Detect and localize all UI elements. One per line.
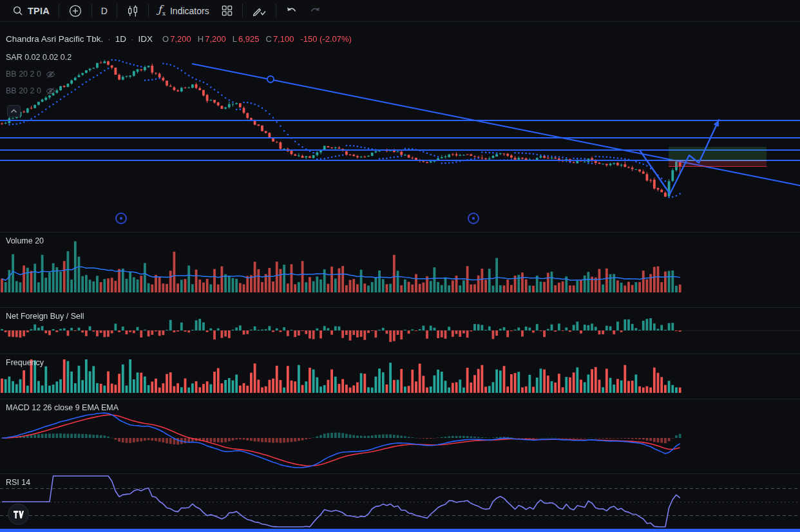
indicators-button[interactable]: ƒx Indicators — [152, 1, 215, 21]
interval-button[interactable]: D — [95, 1, 113, 21]
chart-type-button[interactable] — [120, 1, 145, 21]
fx-icon: ƒx — [158, 5, 166, 17]
legend-dot: · — [131, 34, 134, 44]
macd-panel: MACD 12 26 close 9 EMA EMA — [0, 399, 800, 473]
net-foreign-panel: Net Foreign Buy / Sell — [0, 307, 800, 354]
frequency-panel: Frequency — [0, 354, 800, 399]
eye-off-icon[interactable] — [46, 70, 55, 79]
rsi-panel: RSI 14 — [0, 473, 800, 529]
draw-button[interactable] — [246, 1, 272, 21]
high-value: 7,200 — [205, 34, 226, 44]
search-icon — [12, 5, 23, 16]
ohlc-values: O7,200 H7,200 L6,925 C7,100 -150 (-2.07%… — [162, 34, 352, 44]
indicator-row-sar[interactable]: SAR 0.02 0.02 0.2 — [6, 49, 352, 66]
toolbar-separator — [117, 4, 117, 17]
undo-arrow-icon — [285, 5, 298, 16]
redo-arrow-icon — [309, 5, 321, 16]
volume-canvas[interactable] — [0, 233, 800, 307]
redo-button[interactable] — [303, 1, 327, 21]
chevron-up-icon — [10, 109, 17, 113]
frequency-indicator-label[interactable]: Frequency — [6, 358, 44, 367]
volume-panel: Volume 20 — [0, 232, 800, 307]
legend-exchange[interactable]: IDX — [138, 34, 153, 44]
compare-add-button[interactable] — [62, 1, 88, 21]
rsi-canvas[interactable] — [0, 474, 800, 529]
net-foreign-indicator-label[interactable]: Net Foreign Buy / Sell — [6, 312, 84, 321]
rsi-indicator-label[interactable]: RSI 14 — [6, 478, 30, 487]
toolbar-separator — [148, 4, 149, 17]
net-foreign-canvas[interactable] — [0, 308, 800, 354]
layout-grid-button[interactable] — [215, 1, 239, 21]
volume-indicator-label[interactable]: Volume 20 — [6, 236, 44, 245]
toolbar-separator — [91, 4, 92, 17]
legend-main-row: Chandra Asri Pacific Tbk. · 1D · IDX O7,… — [6, 32, 352, 45]
candlestick-chart-icon — [126, 5, 139, 17]
macd-canvas[interactable] — [0, 399, 800, 473]
change-value: -150 (-2.07%) — [300, 34, 351, 44]
chart-legend: Chandra Asri Pacific Tbk. · 1D · IDX O7,… — [6, 32, 352, 117]
low-value: 6,925 — [238, 34, 260, 44]
symbol-title[interactable]: Chandra Asri Pacific Tbk. — [6, 34, 103, 44]
plus-circle-icon — [68, 4, 82, 18]
toolbar-separator — [276, 4, 276, 17]
frequency-canvas[interactable] — [0, 354, 800, 399]
close-value: 7,100 — [273, 34, 294, 44]
symbol-search-button[interactable]: TPIA — [6, 1, 55, 21]
indicators-label: Indicators — [170, 6, 209, 16]
legend-dot: · — [108, 34, 111, 44]
macd-indicator-label[interactable]: MACD 12 26 close 9 EMA EMA — [6, 403, 119, 412]
interval-label: D — [101, 6, 108, 16]
undo-button[interactable] — [280, 1, 303, 21]
toolbar-separator — [59, 4, 59, 17]
bottom-blue-bar — [0, 529, 800, 532]
pen-check-icon — [252, 5, 267, 17]
symbol-label: TPIA — [28, 6, 50, 16]
grid-layout-icon — [221, 5, 233, 17]
toolbar-separator — [242, 4, 243, 17]
tradingview-logo[interactable] — [8, 504, 29, 525]
trading-app: TPIA D ƒx Indicators — [0, 0, 800, 532]
collapse-legend-button[interactable] — [7, 105, 21, 117]
indicator-row-bb2[interactable]: BB 20 2 0 — [6, 82, 352, 99]
eye-off-icon[interactable] — [46, 86, 55, 96]
tradingview-logo-mark — [14, 511, 24, 518]
indicator-row-bb1[interactable]: BB 20 2 0 — [6, 66, 352, 82]
legend-interval[interactable]: 1D — [115, 34, 126, 44]
open-value: 7,200 — [170, 34, 191, 44]
top-toolbar: TPIA D ƒx Indicators — [0, 0, 800, 22]
price-chart-panel: Chandra Asri Pacific Tbk. · 1D · IDX O7,… — [0, 22, 800, 232]
